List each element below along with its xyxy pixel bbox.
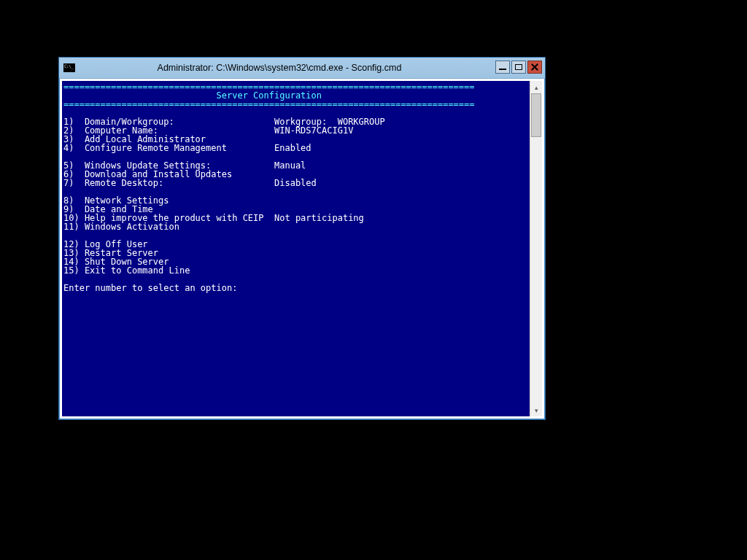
scroll-down-button[interactable]: ▾ <box>530 404 542 416</box>
scroll-up-button[interactable]: ▴ <box>530 81 542 93</box>
maximize-button[interactable] <box>511 61 526 74</box>
prompt: Enter number to select an option: <box>63 283 243 293</box>
window-title: Administrator: C:\Windows\system32\cmd.e… <box>80 63 545 73</box>
window-controls <box>495 61 542 74</box>
minimize-icon <box>499 69 506 70</box>
titlebar[interactable]: Administrator: C:\Windows\system32\cmd.e… <box>59 58 545 79</box>
console[interactable]: ========================================… <box>62 81 542 416</box>
vertical-scrollbar[interactable]: ▴ ▾ <box>530 81 542 416</box>
cmd-icon[interactable] <box>63 62 75 74</box>
menu-item: 11) Windows Activation <box>63 222 179 232</box>
rule-line: ========================================… <box>63 99 475 109</box>
scrollbar-track[interactable] <box>530 93 542 404</box>
close-icon <box>531 63 538 71</box>
client-area: ========================================… <box>62 81 542 416</box>
menu-item: 7) Remote Desktop: Disabled <box>63 178 317 188</box>
scrollbar-thumb[interactable] <box>531 93 541 137</box>
menu-item: 15) Exit to Command Line <box>63 265 190 276</box>
chevron-up-icon: ▴ <box>535 84 538 91</box>
menu-item: 4) Configure Remote Management Enabled <box>63 143 311 153</box>
cmd-window: Administrator: C:\Windows\system32\cmd.e… <box>58 57 546 420</box>
maximize-icon <box>515 64 522 70</box>
chevron-down-icon: ▾ <box>535 407 538 414</box>
console-text[interactable]: ========================================… <box>62 81 530 416</box>
minimize-button[interactable] <box>495 61 510 74</box>
close-button[interactable] <box>527 61 542 74</box>
